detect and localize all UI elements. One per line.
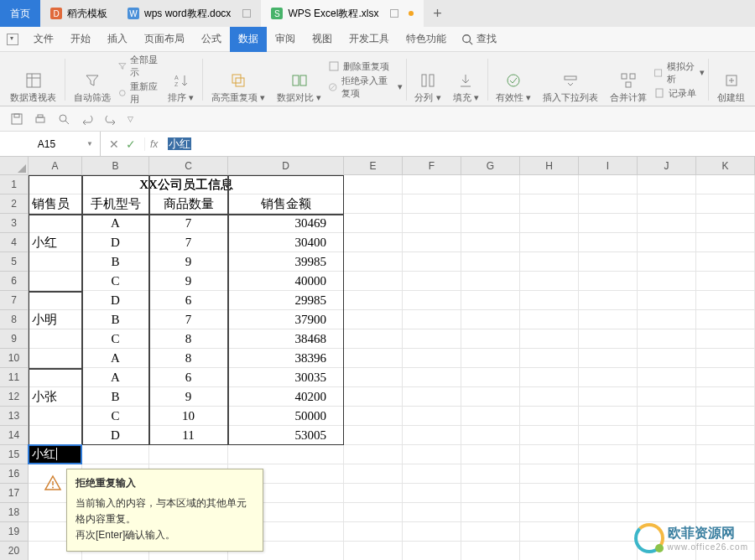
cell[interactable] <box>579 407 638 426</box>
cell[interactable]: 9 <box>149 272 228 291</box>
ribbon-validation[interactable]: 有效性 ▾ <box>491 55 536 104</box>
cell[interactable]: 7 <box>149 233 228 252</box>
col-header-J[interactable]: J <box>638 157 696 175</box>
menu-search[interactable]: 查找 <box>461 32 497 46</box>
cell[interactable] <box>344 368 403 387</box>
cell[interactable] <box>520 349 579 368</box>
cell[interactable] <box>520 291 579 310</box>
ribbon-compare[interactable]: 数据对比 ▾ <box>272 55 326 104</box>
cell[interactable]: 11 <box>149 426 228 445</box>
cell[interactable] <box>579 252 638 272</box>
cell[interactable] <box>638 387 696 407</box>
cell[interactable] <box>520 214 579 233</box>
menu-formula[interactable]: 公式 <box>193 27 230 52</box>
cell[interactable]: 40000 <box>228 272 344 291</box>
cell[interactable] <box>696 329 755 349</box>
cell[interactable] <box>344 175 403 194</box>
formula-input[interactable]: 小红 <box>163 137 755 152</box>
cell[interactable]: 8 <box>149 329 228 349</box>
cell[interactable] <box>579 542 638 560</box>
new-tab-button[interactable]: + <box>424 5 450 23</box>
cell[interactable] <box>520 407 579 426</box>
cell[interactable] <box>461 503 520 522</box>
cell[interactable] <box>638 214 696 233</box>
menu-file[interactable]: 文件 <box>25 27 62 52</box>
row-header-9[interactable]: 9 <box>0 329 29 349</box>
cell[interactable] <box>344 387 403 407</box>
menu-review[interactable]: 审阅 <box>267 27 304 52</box>
cell[interactable] <box>696 194 755 214</box>
cell[interactable] <box>696 175 755 194</box>
cell[interactable] <box>520 542 579 560</box>
cell[interactable]: 销售金额 <box>228 194 344 214</box>
cell[interactable]: 手机型号 <box>82 194 149 214</box>
cell[interactable] <box>461 484 520 503</box>
cell[interactable] <box>579 368 638 387</box>
cell[interactable] <box>696 233 755 252</box>
cell[interactable] <box>403 522 461 542</box>
cell[interactable] <box>344 233 403 252</box>
cell[interactable]: A <box>82 349 149 368</box>
ribbon-group[interactable]: 创建组 <box>712 55 750 104</box>
cell[interactable]: 29985 <box>228 291 344 310</box>
cell[interactable] <box>461 233 520 252</box>
cell[interactable] <box>520 233 579 252</box>
cell[interactable] <box>461 368 520 387</box>
col-header-B[interactable]: B <box>82 157 149 175</box>
redo-icon[interactable] <box>104 112 117 126</box>
cell[interactable] <box>520 464 579 484</box>
cell[interactable]: A <box>82 368 149 387</box>
cell[interactable] <box>344 426 403 445</box>
cell[interactable] <box>520 387 579 407</box>
cell[interactable]: D <box>82 233 149 252</box>
ribbon-del-dup[interactable]: 删除重复项 <box>328 60 402 73</box>
cell[interactable]: 30400 <box>228 233 344 252</box>
cell[interactable] <box>461 291 520 310</box>
cell[interactable]: 30469 <box>228 214 344 233</box>
cell[interactable]: 6 <box>149 291 228 310</box>
cell[interactable] <box>696 272 755 291</box>
active-cell-editor[interactable]: 小红 <box>29 445 81 463</box>
cell[interactable] <box>638 291 696 310</box>
cell[interactable] <box>344 252 403 272</box>
cell[interactable]: B <box>82 252 149 272</box>
cell[interactable]: 商品数量 <box>149 194 228 214</box>
cell[interactable]: 10 <box>149 407 228 426</box>
cell[interactable] <box>579 426 638 445</box>
cell[interactable] <box>29 214 82 233</box>
cell[interactable] <box>638 426 696 445</box>
row-header-13[interactable]: 13 <box>0 407 29 426</box>
cell[interactable] <box>579 329 638 349</box>
menu-insert[interactable]: 插入 <box>99 27 136 52</box>
cell[interactable] <box>403 329 461 349</box>
cell[interactable]: 38396 <box>228 349 344 368</box>
cell[interactable] <box>638 368 696 387</box>
cell[interactable] <box>579 214 638 233</box>
cell[interactable] <box>638 272 696 291</box>
cell[interactable] <box>579 503 638 522</box>
ribbon-reject-dup[interactable]: 拒绝录入重复项 ▾ <box>328 75 402 100</box>
cell[interactable]: B <box>82 387 149 407</box>
cell[interactable] <box>403 407 461 426</box>
cell[interactable] <box>29 349 82 368</box>
cell[interactable] <box>344 542 403 560</box>
cell[interactable] <box>344 272 403 291</box>
cell[interactable] <box>638 445 696 464</box>
row-header-18[interactable]: 18 <box>0 503 29 522</box>
cell[interactable] <box>344 484 403 503</box>
cell[interactable] <box>149 445 228 464</box>
ribbon-pivot[interactable]: 数据透视表 <box>5 55 61 104</box>
cell[interactable] <box>696 445 755 464</box>
cell[interactable] <box>344 329 403 349</box>
app-menu-icon[interactable] <box>7 34 18 45</box>
row-header-7[interactable]: 7 <box>0 291 29 310</box>
cell[interactable] <box>696 387 755 407</box>
row-header-16[interactable]: 16 <box>0 464 29 484</box>
cell[interactable]: 53005 <box>228 426 344 445</box>
cell[interactable]: D <box>82 291 149 310</box>
cell[interactable] <box>461 522 520 542</box>
menu-special[interactable]: 特色功能 <box>398 27 455 52</box>
cell[interactable] <box>638 464 696 484</box>
cell[interactable] <box>638 407 696 426</box>
ribbon-whatif[interactable]: 模拟分析 ▾ <box>653 60 705 86</box>
